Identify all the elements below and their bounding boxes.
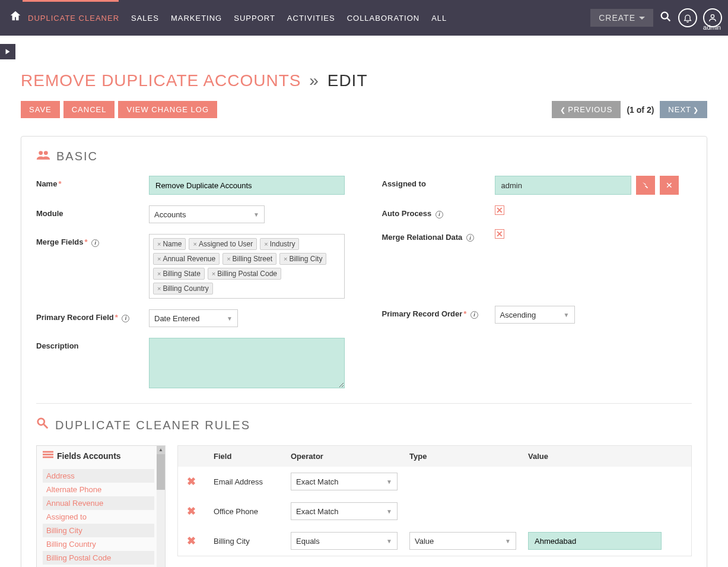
search-icon[interactable] [659,10,672,26]
delete-rule-icon[interactable]: ✖ [187,534,214,547]
nav-marketing[interactable]: MARKETING [171,14,222,23]
remove-tag-icon[interactable]: × [157,240,161,248]
list-icon [43,451,53,461]
cancel-button[interactable]: CANCEL [63,101,115,118]
next-button[interactable]: NEXT❯ [660,101,707,118]
page-title-sub: EDIT [328,71,368,90]
info-icon[interactable]: i [435,211,443,218]
remove-tag-icon[interactable]: × [157,270,161,277]
delete-rule-icon[interactable]: ✖ [187,505,214,518]
field-list-item[interactable]: Billing City [43,524,154,537]
page-title-main[interactable]: REMOVE DUPLICATE ACCOUNTS [21,71,301,90]
remove-tag-icon[interactable]: × [212,270,215,277]
nav-collaboration[interactable]: COLLABORATION [347,14,420,23]
rule-operator-select[interactable]: Exact Match▼ [291,502,398,520]
field-list-item[interactable]: Billing Postal Code [43,551,154,565]
merge-field-tag[interactable]: ×Billing Street [222,253,276,265]
select-user-button[interactable] [636,176,655,195]
notifications-icon[interactable] [678,8,697,27]
caret-down-icon [639,17,645,20]
remove-tag-icon[interactable]: × [284,255,287,262]
info-icon[interactable]: i [122,315,129,322]
description-textarea[interactable] [149,338,345,388]
info-icon[interactable]: i [466,234,474,242]
page-title: REMOVE DUPLICATE ACCOUNTS » EDIT [21,71,707,90]
caret-down-icon: ▼ [227,315,233,322]
info-icon[interactable]: i [91,239,99,247]
info-icon[interactable]: i [471,311,478,319]
svg-rect-9 [43,457,53,458]
field-list-item[interactable]: Alternate Phone [43,483,154,496]
rule-type-select[interactable]: Value▼ [409,532,516,550]
svg-point-5 [38,419,44,425]
nav-support[interactable]: SUPPORT [234,14,275,23]
merge-fields-label: Merge Fields* i [36,234,137,247]
col-header-operator: Operator [291,452,409,461]
home-icon[interactable] [9,9,22,26]
nav-all[interactable]: ALL [431,14,447,23]
remove-tag-icon[interactable]: × [157,255,161,262]
view-change-log-button[interactable]: VIEW CHANGE LOG [118,101,217,118]
field-list-item[interactable]: Billing State [43,565,154,567]
remove-tag-icon[interactable]: × [264,240,268,248]
merge-field-tag[interactable]: ×Billing Postal Code [208,268,281,280]
nav-sales[interactable]: SALES [131,14,159,23]
merge-fields-tagbox[interactable]: ×Name×Assigned to User×Industry×Annual R… [149,234,345,299]
remove-tag-icon[interactable]: × [157,285,161,292]
merge-field-tag[interactable]: ×Billing Country [153,283,213,294]
scrollbar[interactable]: ▲ [157,446,165,567]
admin-label: admin [703,24,721,31]
field-list-item[interactable]: Address [43,469,154,483]
rules-table: Field Operator Type Value ✖Email Address… [177,445,692,556]
merge-field-tag[interactable]: ×Billing State [153,268,205,280]
rule-value-input[interactable] [528,532,662,550]
create-button[interactable]: CREATE [590,9,653,27]
assigned-to-label: Assigned to [382,176,483,188]
rule-operator-select[interactable]: Equals▼ [291,532,398,550]
field-list-item[interactable]: Billing Country [43,537,154,551]
merge-field-tag[interactable]: ×Annual Revenue [153,253,220,265]
nav-activities[interactable]: ACTIVITIES [287,14,335,23]
assigned-to-input[interactable]: admin [495,176,631,195]
col-header-type: Type [409,452,528,461]
fields-panel: ▲ Fields Accounts AddressAlternate Phone… [36,445,166,567]
svg-point-2 [711,15,714,18]
module-select[interactable]: Accounts ▼ [149,205,265,223]
fields-panel-title: Fields Accounts [57,451,121,461]
col-header-field: Field [214,452,291,461]
rules-section-head: DUPLICATE CLEANER RULES [36,417,692,433]
basic-heading: BASIC [56,150,98,163]
clear-user-button[interactable]: ✕ [660,176,679,195]
merge-field-tag[interactable]: ×Name [153,238,186,250]
name-input[interactable] [149,176,345,195]
col-header-value: Value [528,452,682,461]
create-button-label: CREATE [599,13,635,23]
remove-tag-icon[interactable]: × [227,255,230,262]
name-label: Name* [36,176,137,188]
svg-rect-7 [43,451,53,453]
svg-point-0 [662,12,668,18]
rule-row: ✖Email AddressExact Match▼ [178,467,691,496]
description-label: Description [36,338,137,350]
rule-row: ✖Office PhoneExact Match▼ [178,496,691,526]
primary-field-select[interactable]: Date Entered ▼ [149,309,238,327]
rule-field-label: Billing City [214,537,291,546]
remove-tag-icon[interactable]: × [193,240,196,248]
merge-field-tag[interactable]: ×Billing City [279,253,326,265]
page-title-sep: » [309,71,319,90]
primary-order-select[interactable]: Ascending ▼ [495,306,575,324]
search-icon [36,417,49,433]
field-list-item[interactable]: Assigned to [43,510,154,524]
merge-field-tag[interactable]: ×Assigned to User [189,238,257,250]
field-list-item[interactable]: Annual Revenue [43,496,154,510]
save-button[interactable]: SAVE [21,101,60,118]
rule-operator-select[interactable]: Exact Match▼ [291,473,398,490]
previous-button[interactable]: ❮PREVIOUS [552,101,621,118]
merge-relational-checkbox[interactable]: ✕ [495,229,504,239]
nav-duplicate-cleaner[interactable]: DUPLICATE CLEANER [28,14,119,23]
merge-field-tag[interactable]: ×Industry [260,238,299,250]
auto-process-checkbox[interactable]: ✕ [495,205,504,215]
expand-sidebar-button[interactable] [0,44,15,59]
rules-heading: DUPLICATE CLEANER RULES [55,419,250,432]
delete-rule-icon[interactable]: ✖ [187,475,214,488]
